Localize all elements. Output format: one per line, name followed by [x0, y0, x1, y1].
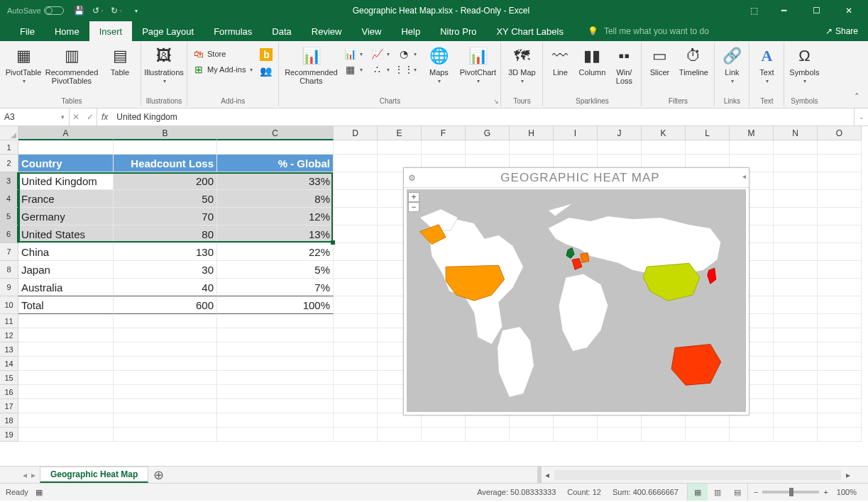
cell[interactable]: 70	[114, 208, 217, 225]
charts-launcher-icon[interactable]: ↘	[493, 98, 499, 105]
cell[interactable]: 130	[114, 243, 217, 261]
cell[interactable]: 600	[114, 296, 217, 314]
row-header[interactable]: 19	[0, 428, 18, 442]
column-header[interactable]: J	[598, 126, 642, 140]
cell[interactable]	[774, 279, 818, 296]
cell[interactable]: United States	[18, 225, 114, 243]
cell[interactable]	[818, 140, 862, 155]
slicer-button[interactable]: ▭Slicer	[644, 44, 674, 77]
cell[interactable]	[598, 140, 642, 155]
redo-icon[interactable]: ↻▾	[111, 5, 122, 16]
cell[interactable]: Headcount Loss	[114, 155, 217, 172]
cell[interactable]	[774, 208, 818, 225]
cell[interactable]: Country	[18, 155, 114, 172]
recommended-pivottables-button[interactable]: ▥Recommended PivotTables	[43, 44, 101, 85]
cell[interactable]	[217, 328, 334, 342]
row-header[interactable]: 17	[0, 399, 18, 413]
cell[interactable]: 13%	[217, 225, 334, 243]
cell[interactable]	[818, 190, 862, 208]
cell[interactable]	[818, 296, 862, 314]
line-chart-button[interactable]: 📈▾	[368, 47, 392, 61]
cell[interactable]	[114, 399, 217, 413]
row-header[interactable]: 4	[0, 190, 18, 208]
map-zoom-in-button[interactable]: +	[408, 192, 419, 202]
cell[interactable]: 12%	[217, 208, 334, 225]
tab-page-layout[interactable]: Page Layout	[132, 21, 204, 41]
cell[interactable]	[334, 208, 378, 225]
cell[interactable]	[217, 342, 334, 357]
zoom-level[interactable]: 100%	[837, 488, 857, 496]
cell[interactable]	[510, 140, 554, 155]
cell[interactable]	[686, 428, 730, 442]
tab-view[interactable]: View	[351, 21, 391, 41]
row-header[interactable]: 7	[0, 243, 18, 261]
column-header[interactable]: I	[554, 126, 598, 140]
hscroll-right-button[interactable]: ▸	[842, 470, 854, 480]
cell[interactable]	[378, 428, 422, 442]
autosave-toggle[interactable]: AutoSave	[7, 6, 64, 15]
sheet-nav-next-icon[interactable]: ▸	[31, 470, 35, 480]
row-header[interactable]: 2	[0, 155, 18, 172]
row-header[interactable]: 13	[0, 342, 18, 357]
embedded-chart[interactable]: ⚙ GEOGRAPHIC HEAT MAP ◂	[403, 167, 749, 415]
cell[interactable]	[818, 314, 862, 328]
cell[interactable]	[818, 357, 862, 371]
sparkline-column-button[interactable]: ▮▮Column	[576, 44, 608, 77]
cell[interactable]: 200	[114, 172, 217, 190]
cell[interactable]: 100%	[217, 296, 334, 314]
cell[interactable]	[334, 172, 378, 190]
new-sheet-button[interactable]: ⊕	[148, 467, 168, 483]
cell[interactable]	[818, 428, 862, 442]
cell[interactable]	[334, 314, 378, 328]
sheet-nav-prev-icon[interactable]: ◂	[23, 470, 27, 480]
cell[interactable]	[217, 385, 334, 399]
cell[interactable]	[818, 413, 862, 428]
row-header[interactable]: 9	[0, 279, 18, 296]
cell[interactable]: 33%	[217, 172, 334, 190]
column-header[interactable]: H	[510, 126, 554, 140]
cell[interactable]	[818, 208, 862, 225]
close-button[interactable]: ✕	[833, 0, 865, 21]
tab-file[interactable]: File	[10, 21, 45, 41]
timeline-button[interactable]: ⏱Timeline	[676, 44, 711, 77]
row-header[interactable]: 14	[0, 357, 18, 371]
text-button[interactable]: AText▾	[752, 44, 781, 85]
minimize-button[interactable]: ━	[767, 0, 800, 21]
chart-collapse-icon[interactable]: ◂	[742, 172, 746, 180]
chart-map-area[interactable]	[407, 189, 746, 412]
cell[interactable]	[114, 385, 217, 399]
tab-home[interactable]: Home	[45, 21, 89, 41]
cell[interactable]	[18, 140, 114, 155]
column-header[interactable]: K	[642, 126, 686, 140]
column-header[interactable]: M	[730, 126, 774, 140]
cell[interactable]	[114, 371, 217, 385]
row-header[interactable]: 3	[0, 172, 18, 190]
column-header[interactable]: E	[378, 126, 422, 140]
collapse-ribbon-button[interactable]: ˄	[849, 43, 865, 106]
zoom-out-button[interactable]: −	[754, 488, 758, 496]
cell[interactable]	[334, 190, 378, 208]
cell[interactable]	[422, 428, 466, 442]
cell[interactable]: % - Global	[217, 155, 334, 172]
cell[interactable]: Germany	[18, 208, 114, 225]
my-addins-button[interactable]: ⊞My Add-ins▾	[190, 62, 256, 77]
map-zoom-out-button[interactable]: −	[408, 202, 419, 212]
tab-review[interactable]: Review	[302, 21, 352, 41]
cell[interactable]	[774, 357, 818, 371]
row-header[interactable]: 5	[0, 208, 18, 225]
ribbon-display-options-icon[interactable]: ⬚	[740, 0, 767, 21]
cell[interactable]	[334, 328, 378, 342]
cell[interactable]	[774, 328, 818, 342]
row-header[interactable]: 12	[0, 328, 18, 342]
cell[interactable]	[466, 413, 510, 428]
row-header[interactable]: 6	[0, 225, 18, 243]
cell[interactable]	[598, 428, 642, 442]
cell[interactable]	[334, 357, 378, 371]
maximize-button[interactable]: ☐	[800, 0, 833, 21]
cell[interactable]: 40	[114, 279, 217, 296]
cell[interactable]	[217, 140, 334, 155]
cell[interactable]	[774, 225, 818, 243]
cell[interactable]	[730, 413, 774, 428]
cell[interactable]	[334, 399, 378, 413]
recommended-charts-button[interactable]: 📊Recommended Charts	[282, 44, 340, 85]
